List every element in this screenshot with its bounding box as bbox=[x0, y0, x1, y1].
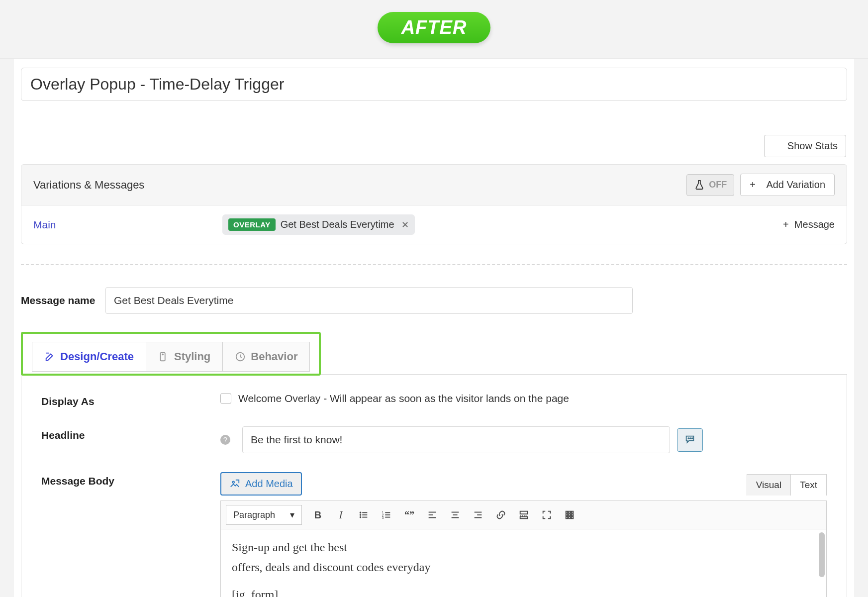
bullet-list-button[interactable] bbox=[357, 509, 371, 520]
add-variation-button[interactable]: + Add Variation bbox=[740, 174, 835, 196]
add-media-button[interactable]: Add Media bbox=[220, 472, 302, 496]
italic-button[interactable]: I bbox=[334, 509, 348, 521]
tabs-highlight: Design/Create Styling Behavior bbox=[21, 332, 321, 376]
help-icon[interactable]: ? bbox=[220, 435, 230, 445]
show-stats-button[interactable]: Show Stats bbox=[764, 135, 846, 157]
chevron-down-icon: ▾ bbox=[290, 509, 294, 520]
svg-rect-1 bbox=[777, 143, 779, 150]
message-body-label: Message Body bbox=[41, 472, 220, 487]
editor-tabs: Design/Create Styling Behavior bbox=[32, 342, 310, 372]
pencil-square-icon bbox=[44, 351, 55, 362]
media-icon bbox=[229, 479, 240, 490]
align-left-button[interactable] bbox=[425, 509, 439, 520]
after-banner: AFTER bbox=[0, 0, 868, 59]
editor-tab-text[interactable]: Text bbox=[791, 474, 827, 496]
overlay-tag: OVERLAY bbox=[228, 218, 276, 231]
svg-rect-2 bbox=[780, 141, 782, 150]
svg-rect-0 bbox=[774, 146, 776, 150]
tab-styling-label: Styling bbox=[174, 350, 210, 363]
tab-design-label: Design/Create bbox=[60, 350, 134, 363]
after-badge: AFTER bbox=[378, 12, 491, 43]
variation-row: Main OVERLAY Get Best Deals Everytime ✕ … bbox=[21, 205, 847, 244]
svg-point-12 bbox=[360, 517, 361, 518]
design-panel: Display As Welcome Overlay - Will appear… bbox=[21, 374, 847, 597]
palette-icon bbox=[158, 351, 169, 362]
welcome-overlay-checkbox[interactable] bbox=[220, 393, 231, 404]
show-stats-label: Show Stats bbox=[787, 140, 838, 152]
read-more-button[interactable] bbox=[517, 509, 531, 520]
svg-text:3: 3 bbox=[382, 516, 384, 519]
add-message-button[interactable]: + Message bbox=[783, 219, 835, 230]
page-container: Show Stats Variations & Messages OFF + A… bbox=[14, 59, 854, 597]
message-name-label: Message name bbox=[21, 295, 105, 306]
variations-header-bar: Variations & Messages OFF + Add Variatio… bbox=[21, 164, 847, 205]
headline-label: Headline bbox=[41, 426, 220, 441]
plus-icon: + bbox=[750, 179, 756, 191]
plus-icon: + bbox=[783, 219, 789, 230]
align-center-button[interactable] bbox=[448, 509, 462, 520]
add-variation-label: Add Variation bbox=[766, 179, 825, 191]
blockquote-button[interactable]: “” bbox=[402, 509, 416, 521]
flask-icon bbox=[694, 180, 705, 191]
message-name-row: Message name bbox=[21, 287, 847, 314]
editor-tab-visual[interactable]: Visual bbox=[747, 474, 791, 496]
svg-rect-41 bbox=[569, 517, 571, 519]
svg-point-7 bbox=[690, 438, 691, 439]
svg-rect-38 bbox=[569, 514, 571, 516]
tab-behavior[interactable]: Behavior bbox=[223, 342, 310, 372]
body-line-1: Sign-up and get the best bbox=[232, 539, 815, 556]
editor-scrollbar[interactable] bbox=[819, 532, 825, 577]
svg-rect-34 bbox=[566, 511, 568, 513]
clock-icon bbox=[235, 351, 246, 362]
message-name-input[interactable] bbox=[105, 287, 633, 314]
message-body-editor[interactable]: Sign-up and get the best offers, deals a… bbox=[220, 529, 827, 597]
tab-styling[interactable]: Styling bbox=[146, 342, 223, 372]
svg-rect-33 bbox=[520, 517, 528, 519]
chip-close-icon[interactable]: ✕ bbox=[399, 219, 409, 230]
toolbar-toggle-button[interactable] bbox=[563, 509, 577, 520]
fullscreen-button[interactable] bbox=[540, 509, 554, 520]
svg-rect-42 bbox=[572, 517, 574, 519]
ab-test-toggle[interactable]: OFF bbox=[686, 174, 734, 196]
variation-main-link[interactable]: Main bbox=[33, 219, 222, 231]
chip-label: Get Best Deals Everytime bbox=[281, 219, 394, 230]
welcome-overlay-label: Welcome Overlay - Will appear as soon as… bbox=[238, 393, 569, 404]
svg-point-6 bbox=[688, 438, 689, 439]
tab-design-create[interactable]: Design/Create bbox=[32, 342, 146, 372]
svg-point-11 bbox=[360, 514, 361, 515]
headline-input[interactable] bbox=[242, 426, 670, 453]
link-button[interactable] bbox=[494, 509, 508, 520]
variations-title: Variations & Messages bbox=[33, 179, 686, 192]
svg-point-8 bbox=[692, 438, 693, 439]
add-message-label: Message bbox=[794, 219, 835, 230]
body-line-2: offers, deals and discount codes everyda… bbox=[232, 559, 815, 576]
svg-point-4 bbox=[162, 354, 163, 355]
svg-rect-37 bbox=[566, 514, 568, 516]
align-right-button[interactable] bbox=[471, 509, 485, 520]
campaign-title-input[interactable] bbox=[21, 68, 847, 101]
headline-row: Headline ? bbox=[41, 426, 827, 453]
display-as-row: Display As Welcome Overlay - Will appear… bbox=[41, 393, 827, 407]
bold-button[interactable]: B bbox=[311, 509, 325, 521]
svg-point-9 bbox=[232, 481, 234, 483]
svg-rect-40 bbox=[566, 517, 568, 519]
svg-rect-39 bbox=[572, 514, 574, 516]
format-select[interactable]: Paragraph ▾ bbox=[226, 505, 302, 525]
speech-bubble-icon bbox=[684, 434, 695, 445]
format-select-label: Paragraph bbox=[233, 510, 275, 520]
tab-behavior-label: Behavior bbox=[251, 350, 297, 363]
add-media-label: Add Media bbox=[245, 478, 293, 490]
display-as-label: Display As bbox=[41, 393, 220, 407]
bar-chart-icon bbox=[772, 141, 783, 152]
message-body-row: Message Body Add Media Visual Text Par bbox=[41, 472, 827, 597]
editor-toolbar: Paragraph ▾ B I 123 “” bbox=[220, 500, 827, 529]
svg-rect-31 bbox=[520, 511, 528, 514]
stats-row: Show Stats bbox=[21, 135, 847, 157]
svg-point-10 bbox=[360, 512, 361, 513]
svg-rect-35 bbox=[569, 511, 571, 513]
headline-preview-button[interactable] bbox=[677, 428, 703, 452]
message-chip[interactable]: OVERLAY Get Best Deals Everytime ✕ bbox=[222, 214, 415, 235]
separator bbox=[21, 264, 847, 265]
toggle-label: OFF bbox=[709, 180, 727, 190]
numbered-list-button[interactable]: 123 bbox=[380, 509, 393, 520]
